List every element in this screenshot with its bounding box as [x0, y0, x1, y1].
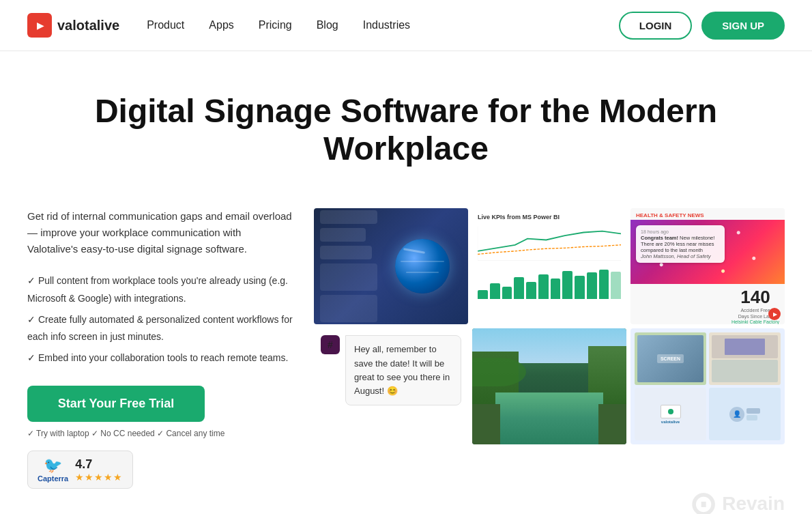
- trial-note: ✓ Try with laptop ✓ No CC needed ✓ Cance…: [27, 429, 293, 438]
- bar-5: [526, 282, 536, 299]
- bar-8: [562, 271, 572, 299]
- message-content: Hey all, remember to save the date! It w…: [345, 335, 461, 405]
- line-chart: [478, 225, 621, 262]
- factory-name: Helsinki Cable Factory: [731, 319, 779, 324]
- device-outdoor: SCREEN: [635, 332, 706, 385]
- grid-cell-4: # Hey all, remember to save the date! It…: [314, 328, 468, 444]
- feature-2: ✓ Create fully automated & personalized …: [27, 311, 293, 345]
- signup-button[interactable]: SIGN UP: [701, 12, 785, 40]
- grid-cell-6: SCREEN valotalive �: [630, 328, 785, 444]
- slack-symbol: #: [328, 339, 333, 350]
- ground-left: [472, 404, 500, 445]
- bar-2: [490, 283, 500, 299]
- bar-chart: [478, 265, 621, 299]
- revain-logo: ⊙ Revain: [689, 485, 785, 514]
- play-icon: ▶: [773, 311, 777, 317]
- hero-title: Digital Signage Software for the Modern …: [31, 92, 781, 167]
- capterra-logo: 🐦 Capterra: [38, 457, 68, 483]
- bar-6: [538, 274, 549, 300]
- logo[interactable]: valotalive: [27, 13, 119, 38]
- ground-right: [598, 404, 626, 445]
- nav-product[interactable]: Product: [147, 19, 184, 31]
- hero-image-grid: Live KPIs from MS Power BI: [314, 208, 785, 444]
- hero-left: Get rid of internal communication gaps a…: [27, 208, 293, 489]
- bar-10: [587, 272, 597, 299]
- hero-description: Get rid of internal communication gaps a…: [27, 208, 293, 257]
- nav-industries[interactable]: Industries: [363, 19, 410, 31]
- river-water: [495, 392, 603, 445]
- device-office: [709, 332, 781, 385]
- feature-1: ✓ Pull content from workplace tools you'…: [27, 272, 293, 306]
- device-video: 👤: [709, 388, 781, 440]
- trial-button[interactable]: Start Your Free Trial: [27, 386, 205, 422]
- bar-9: [575, 276, 585, 300]
- congrats-bubble: 18 hours ago Congrats team! New mileston…: [636, 225, 725, 263]
- bar-7: [551, 279, 561, 299]
- stat-number: 140: [740, 288, 770, 306]
- message-bubble: Hey all, remember to save the date! It w…: [345, 335, 461, 405]
- capterra-badge: 🐦 Capterra 4.7 ★★★★★: [27, 451, 133, 489]
- bar-3: [502, 287, 512, 299]
- hero-section: Digital Signage Software for the Modern …: [0, 51, 812, 208]
- grid-cell-1: [314, 208, 468, 324]
- stat-label: Accident FreeDays Since Last: [738, 307, 773, 319]
- device-laptop: valotalive: [635, 388, 706, 440]
- revain-icon: ⊙: [689, 485, 716, 514]
- capterra-score: 4.7: [75, 457, 123, 472]
- bar-11: [599, 270, 609, 300]
- navbar: valotalive Product Apps Pricing Blog Ind…: [0, 0, 812, 51]
- kpi-chart: [478, 225, 621, 319]
- logo-icon: [27, 13, 52, 38]
- bar-12: [611, 272, 621, 299]
- nature-scene: [472, 328, 626, 444]
- bar-4: [514, 277, 524, 299]
- capterra-icon: 🐦: [44, 457, 62, 474]
- bar-1: [478, 290, 488, 300]
- capterra-stars: ★★★★★: [75, 472, 123, 483]
- revain-text: Revain: [722, 493, 785, 514]
- nav-pricing[interactable]: Pricing: [259, 19, 292, 31]
- hero-body: Get rid of internal communication gaps a…: [0, 208, 812, 509]
- grid-cell-2: Live KPIs from MS Power BI: [472, 208, 626, 324]
- cell3-bottom: 140 Accident FreeDays Since Last Helsink…: [630, 284, 785, 325]
- navbar-left: valotalive Product Apps Pricing Blog Ind…: [27, 13, 410, 38]
- navbar-right: LOGIN SIGN UP: [619, 12, 785, 40]
- bottom-section: ⊙ Revain: [0, 509, 812, 514]
- nav-blog[interactable]: Blog: [317, 19, 338, 31]
- logo-text: valotalive: [57, 18, 119, 33]
- slack-icon: #: [321, 335, 340, 354]
- grid-cell-5: [472, 328, 626, 444]
- foliage: [472, 358, 526, 387]
- feature-3: ✓ Embed into your collaboration tools to…: [27, 349, 293, 367]
- person-avatar: 👤: [729, 407, 744, 422]
- capterra-rating: 4.7 ★★★★★: [75, 457, 123, 483]
- hero-features: ✓ Pull content from workplace tools you'…: [27, 272, 293, 367]
- capterra-name: Capterra: [38, 474, 68, 483]
- nav-apps[interactable]: Apps: [209, 19, 233, 31]
- cell3-header: Health & Safety News: [630, 208, 785, 220]
- cell2-title: Live KPIs from MS Power BI: [478, 214, 621, 220]
- login-button[interactable]: LOGIN: [619, 12, 693, 40]
- nav-links: Product Apps Pricing Blog Industries: [147, 19, 410, 31]
- cell3-fireworks: 18 hours ago Congrats team! New mileston…: [630, 220, 785, 284]
- grid-cell-3: Health & Safety News 18 hours ago Congra…: [630, 208, 785, 324]
